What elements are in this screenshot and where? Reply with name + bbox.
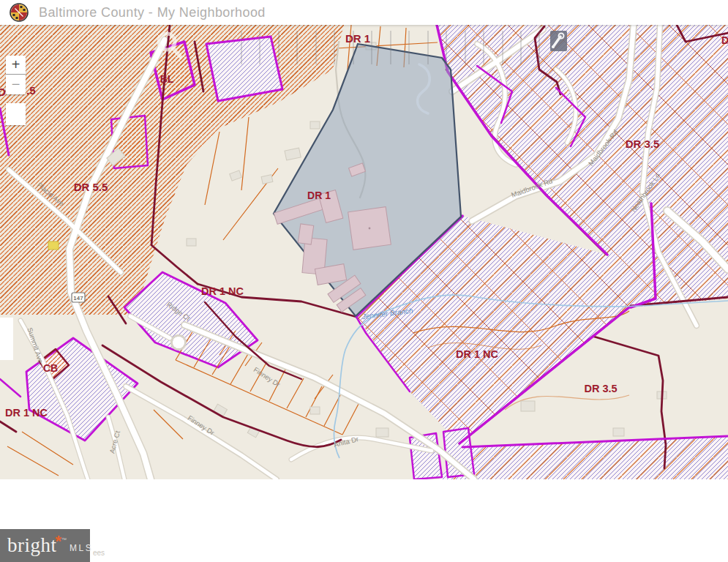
zoning-label-dr35-top: DR 3.5 xyxy=(626,138,660,150)
zoning-label-cb: CB xyxy=(43,362,58,374)
white-label-patch xyxy=(0,318,13,360)
zoning-label-dr1nc-bottom-left: DR 1 NC xyxy=(5,407,48,419)
page-title: Baltimore County - My Neighborhood xyxy=(39,5,266,20)
map-canvas[interactable]: 147 Placid Ave Summit Ave Ridge Ct Acre … xyxy=(0,25,728,479)
zoning-label-partial-left-d: D xyxy=(0,86,6,98)
zoning-label-partial-right-d: D xyxy=(721,34,728,46)
zoom-out-button[interactable]: − xyxy=(6,75,26,94)
yellow-building xyxy=(48,241,59,250)
footer: bright*™MLS ees xyxy=(0,479,728,562)
attribution-fragment: ees xyxy=(93,549,105,557)
blank-control-button[interactable] xyxy=(6,103,26,125)
route-shield-text: 147 xyxy=(73,295,83,301)
baltimore-county-seal-icon xyxy=(10,3,29,22)
bright-mls-watermark: bright*™MLS xyxy=(0,529,90,562)
watermark-mls: MLS xyxy=(70,543,93,553)
tool-icon-ghost[interactable] xyxy=(550,31,567,51)
route-shield-147: 147 xyxy=(72,293,85,302)
header-bar: Baltimore County - My Neighborhood xyxy=(0,0,728,25)
watermark-brand: bright xyxy=(7,534,57,557)
zoning-label-dr1-center: DR 1 xyxy=(307,190,331,201)
zoning-label-dr1-top: DR 1 xyxy=(345,32,370,45)
zoning-label-dr35-bottom: DR 3.5 xyxy=(584,383,617,394)
app-window: 147 Placid Ave Summit Ave Ridge Ct Acre … xyxy=(0,0,728,562)
watermark-star-icon: * xyxy=(56,532,62,551)
zoning-label-dr1nc-center: DR 1 NC xyxy=(456,348,499,360)
zoom-in-button[interactable]: + xyxy=(6,56,26,75)
zoning-label-partial-left-5: .5 xyxy=(26,84,36,97)
zoning-label-dr55: DR 5.5 xyxy=(74,181,108,193)
map-svg[interactable]: 147 Placid Ave Summit Ave Ridge Ct Acre … xyxy=(0,25,728,479)
zoom-control: + − xyxy=(6,56,26,94)
zoning-label-dr1nc-left: DR 1 NC xyxy=(201,285,244,297)
watermark-tm: ™ xyxy=(61,537,67,542)
zoning-label-bl: BL xyxy=(160,73,174,85)
